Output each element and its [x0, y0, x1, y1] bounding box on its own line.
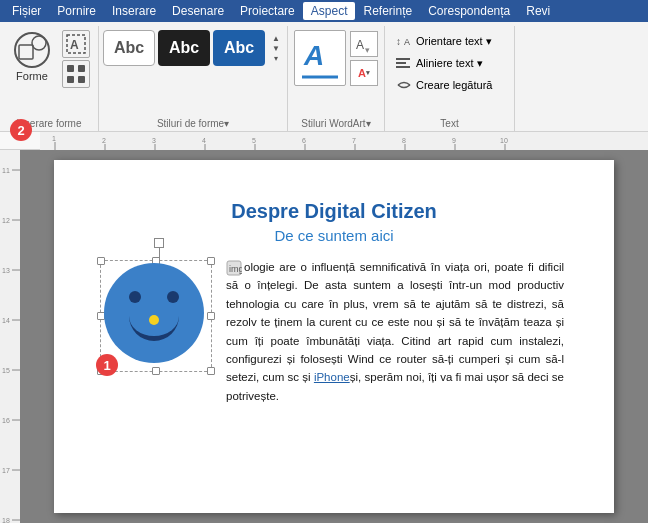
- wordart-dropdown: A ▾ A▾: [350, 31, 378, 86]
- menu-bar: Fișier Pornire Inserare Desenare Proiect…: [0, 0, 648, 22]
- svg-text:7: 7: [352, 137, 356, 144]
- svg-text:8: 8: [402, 137, 406, 144]
- menu-inserare[interactable]: Inserare: [104, 2, 164, 20]
- page-body: 1 imgologie are o influență semnificativ…: [104, 258, 564, 405]
- wordart-fill-btn[interactable]: A▾: [350, 60, 378, 86]
- text-box-button[interactable]: A: [62, 30, 90, 58]
- badge-2: 2: [10, 119, 32, 141]
- wordart-expand-icon[interactable]: ▾: [366, 118, 371, 129]
- menu-referinte[interactable]: Referințe: [355, 2, 420, 20]
- svg-rect-0: [19, 45, 33, 59]
- svg-text:17: 17: [2, 467, 10, 474]
- menu-pornire[interactable]: Pornire: [49, 2, 104, 20]
- menu-fisier[interactable]: Fișier: [4, 2, 49, 20]
- page-subtitle: De ce suntem aici: [104, 227, 564, 244]
- forme-button[interactable]: Forme: [8, 30, 56, 84]
- stiluri-forme-row: Abc Abc Abc ▲ ▼ ▾: [103, 30, 283, 66]
- menu-corespondenta[interactable]: Corespondența: [420, 2, 518, 20]
- page-title: Despre Digital Citizen: [104, 200, 564, 223]
- svg-text:1: 1: [52, 135, 56, 142]
- forme-side-buttons: A: [62, 30, 90, 88]
- inserare-inner: Forme A: [8, 30, 90, 88]
- iphone-link[interactable]: iPhone: [314, 371, 350, 383]
- svg-text:15: 15: [2, 367, 10, 374]
- stiluri-expand[interactable]: ▾: [269, 54, 283, 63]
- svg-text:A: A: [70, 38, 79, 52]
- document-page: Despre Digital Citizen De ce suntem aici: [54, 160, 614, 513]
- smiley-mouth: [129, 316, 179, 341]
- handle-bc[interactable]: [152, 367, 160, 375]
- svg-rect-5: [78, 65, 85, 72]
- style-blue[interactable]: Abc: [213, 30, 265, 66]
- orientare-text-btn[interactable]: ↕ A Orientare text ▾: [393, 32, 506, 50]
- vertical-ruler: 11 12 13 14 15 16 17 18: [0, 150, 20, 523]
- menu-proiectare[interactable]: Proiectare: [232, 2, 303, 20]
- svg-text:▾: ▾: [365, 45, 370, 55]
- stiluri-scroll-up[interactable]: ▲: [269, 34, 283, 43]
- svg-text:3: 3: [152, 137, 156, 144]
- text-group: ↕ A Orientare text ▾ Aliniere text ▾ C: [385, 26, 515, 131]
- svg-text:16: 16: [2, 417, 10, 424]
- handle-tl[interactable]: [97, 257, 105, 265]
- svg-text:A: A: [303, 40, 324, 71]
- badge-1: 1: [96, 354, 118, 376]
- wordart-text-effect-btn[interactable]: A ▾: [350, 31, 378, 57]
- svg-point-1: [32, 36, 46, 50]
- creare-legatura-btn[interactable]: Creare legătură: [393, 76, 506, 94]
- svg-text:12: 12: [2, 217, 10, 224]
- wordart-controls: A A ▾ A▾: [294, 30, 378, 86]
- page-text: imgologie are o influență semnificativă …: [226, 258, 564, 405]
- svg-rect-17: [40, 132, 648, 150]
- text-label: Text: [440, 118, 458, 129]
- stiluri-scroll-down[interactable]: ▼: [269, 44, 283, 53]
- stiluri-forme-group: Abc Abc Abc ▲ ▼ ▾ Stiluri de forme ▾: [99, 26, 288, 131]
- stiluri-forme-label-bar: Stiluri de forme ▾: [99, 118, 287, 129]
- svg-text:4: 4: [202, 137, 206, 144]
- style-black[interactable]: Abc: [158, 30, 210, 66]
- aliniere-icon: [396, 56, 412, 70]
- forme-label: Forme: [16, 70, 48, 82]
- menu-desenare[interactable]: Desenare: [164, 2, 232, 20]
- stiluri-forme-expand-icon[interactable]: ▾: [224, 118, 229, 129]
- rotate-handle[interactable]: [154, 238, 164, 258]
- style-white[interactable]: Abc: [103, 30, 155, 66]
- svg-rect-7: [78, 76, 85, 83]
- svg-text:A: A: [404, 37, 410, 47]
- svg-text:2: 2: [102, 137, 106, 144]
- handle-mr[interactable]: [207, 312, 215, 320]
- svg-text:A: A: [356, 38, 364, 52]
- stiluri-wordart-group: A A ▾ A▾ Stiluri WordArt ▾: [288, 26, 385, 131]
- handle-tr[interactable]: [207, 257, 215, 265]
- content-area: 11 12 13 14 15 16 17 18 Despre Digital C…: [0, 150, 648, 523]
- text-group-label: Text: [385, 118, 514, 129]
- orientare-icon: ↕ A: [396, 34, 412, 48]
- stiluri-forme-label-text: Stiluri de forme: [157, 118, 224, 129]
- menu-aspect[interactable]: Aspect: [303, 2, 356, 20]
- inserare-forme-group: Forme A: [0, 26, 99, 131]
- svg-rect-6: [67, 76, 74, 83]
- smiley-face: [104, 263, 204, 363]
- legatura-icon: [396, 78, 412, 92]
- stiluri-wordart-label: Stiluri WordArt: [301, 118, 365, 129]
- handle-br[interactable]: [207, 367, 215, 375]
- svg-text:↕: ↕: [396, 36, 401, 47]
- svg-text:9: 9: [452, 137, 456, 144]
- ribbon: Forme A: [0, 22, 648, 132]
- svg-text:img: img: [229, 264, 242, 274]
- svg-text:11: 11: [2, 167, 10, 174]
- svg-text:13: 13: [2, 267, 10, 274]
- svg-text:10: 10: [500, 137, 508, 144]
- svg-text:14: 14: [2, 317, 10, 324]
- horizontal-ruler: 1 2 3 4 5 6 7 8 9 10: [40, 132, 648, 150]
- wordart-button[interactable]: A: [294, 30, 346, 86]
- page-container: Despre Digital Citizen De ce suntem aici: [20, 150, 648, 523]
- aliniere-text-btn[interactable]: Aliniere text ▾: [393, 54, 506, 72]
- menu-revi[interactable]: Revi: [518, 2, 558, 20]
- svg-text:6: 6: [302, 137, 306, 144]
- svg-rect-14: [396, 58, 410, 60]
- svg-text:5: 5: [252, 137, 256, 144]
- page-image-container[interactable]: 1: [104, 258, 214, 368]
- shapes-grid-button[interactable]: [62, 60, 90, 88]
- svg-rect-15: [396, 62, 406, 64]
- svg-rect-4: [67, 65, 74, 72]
